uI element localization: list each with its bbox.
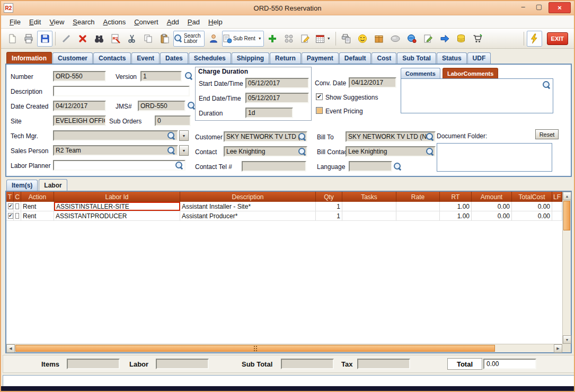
vertical-scrollbar[interactable]: ▲ ▼ xyxy=(562,192,571,344)
tab-sub-total[interactable]: Sub Total xyxy=(397,52,436,64)
sales-person-field[interactable]: R2 Team xyxy=(53,145,178,156)
col-qty[interactable]: Qty xyxy=(316,192,342,202)
tab-comments[interactable]: Comments xyxy=(401,68,440,78)
row1-action-cell[interactable]: Rent xyxy=(21,202,54,211)
sales-person-dropdown[interactable]: ▼ xyxy=(179,145,189,156)
end-date-field[interactable]: 05/12/2017 xyxy=(245,93,309,103)
items-total-field[interactable] xyxy=(67,359,120,369)
date-created-field[interactable]: 04/12/2017 xyxy=(53,101,106,111)
menu-add[interactable]: Add xyxy=(163,16,183,28)
tab-contacts[interactable]: Contacts xyxy=(93,52,131,64)
row1-totalcost-cell[interactable]: 0.00 xyxy=(512,202,552,211)
labor-comments-textarea[interactable] xyxy=(401,78,553,113)
row1-t-cell[interactable] xyxy=(6,202,14,211)
contact-lookup-icon[interactable] xyxy=(298,147,307,156)
menu-file[interactable]: File xyxy=(5,16,25,28)
money-button[interactable] xyxy=(454,31,469,47)
jms-field[interactable]: ORD-550 xyxy=(138,101,185,111)
write-note-button[interactable] xyxy=(421,31,436,47)
menu-search[interactable]: Search xyxy=(68,16,99,28)
minimize-button[interactable]: – xyxy=(515,1,531,12)
calendar-button[interactable]: ▼ xyxy=(314,31,333,47)
tab-items[interactable]: Item(s) xyxy=(6,180,38,191)
tab-event[interactable]: Event xyxy=(131,52,160,64)
tab-labor-comments[interactable]: LaborComments xyxy=(443,68,498,78)
language-lookup-icon[interactable] xyxy=(393,162,402,171)
site-field[interactable]: EVELEIGH OFFIC xyxy=(53,115,106,126)
contact-tel-field[interactable] xyxy=(242,161,306,172)
bill-contact-lookup-icon[interactable] xyxy=(426,147,435,156)
row1-labor-id-cell[interactable]: ASSISTINSTALLER-SITE xyxy=(54,202,180,211)
package-button[interactable] xyxy=(371,31,387,47)
menu-help[interactable]: Help xyxy=(204,16,227,28)
menu-pad[interactable]: Pad xyxy=(183,16,204,28)
row2-qty-cell[interactable]: 1 xyxy=(316,211,342,220)
row2-c-checkbox[interactable] xyxy=(15,213,19,219)
tech-mgr-dropdown[interactable]: ▼ xyxy=(179,130,189,141)
wand-button[interactable] xyxy=(527,31,542,47)
copy-button[interactable] xyxy=(140,31,156,47)
document-folder-box[interactable] xyxy=(437,143,552,172)
bill-to-field[interactable]: SKY NETWORK TV LTD (N xyxy=(346,131,436,142)
scroll-up-icon[interactable]: ▲ xyxy=(563,192,571,200)
row2-lf-cell[interactable] xyxy=(552,211,562,220)
description-field[interactable] xyxy=(53,86,190,96)
splitter-grip[interactable] xyxy=(254,346,257,351)
row1-tasks-cell[interactable] xyxy=(342,202,396,211)
sphere-button[interactable] xyxy=(388,31,403,47)
col-totalcost[interactable]: TotalCost xyxy=(512,192,552,202)
col-tasks[interactable]: Tasks xyxy=(342,192,396,202)
conv-date-field[interactable]: 04/12/2017 xyxy=(349,77,396,88)
row1-c-checkbox[interactable] xyxy=(15,203,19,209)
row2-totalcost-cell[interactable]: 0.00 xyxy=(512,211,552,220)
delete-button[interactable] xyxy=(75,31,90,47)
edit-button[interactable] xyxy=(58,31,74,47)
row2-description-cell[interactable]: Assistant Producer* xyxy=(180,211,316,220)
tab-shipping[interactable]: Shipping xyxy=(232,52,269,64)
version-lookup-icon[interactable] xyxy=(184,72,193,81)
r2-document-button[interactable]: R2 xyxy=(108,31,123,47)
col-action[interactable]: Action xyxy=(21,192,54,202)
row1-t-checkbox[interactable] xyxy=(8,203,13,209)
start-date-field[interactable]: 05/12/2017 xyxy=(245,78,309,88)
search-labor-button[interactable]: Search Labor xyxy=(173,31,205,47)
menu-convert[interactable]: Convert xyxy=(130,16,163,28)
horizontal-scroll-thumb[interactable] xyxy=(15,345,495,352)
find-button[interactable] xyxy=(91,31,107,47)
exit-button[interactable]: EXIT xyxy=(547,32,568,45)
tab-cost[interactable]: Cost xyxy=(371,52,396,64)
row2-labor-id-cell[interactable]: ASSISTANTPRODUCER xyxy=(54,211,180,220)
sales-person-lookup-icon[interactable] xyxy=(167,146,176,155)
tab-default[interactable]: Default xyxy=(339,52,371,64)
sub-orders-field[interactable]: 0 xyxy=(155,115,191,126)
sub-total-field[interactable] xyxy=(281,359,334,369)
cut-button[interactable] xyxy=(124,31,139,47)
contact-field[interactable]: Lee Knighting xyxy=(224,146,307,157)
row2-c-cell[interactable] xyxy=(14,211,21,220)
row2-tasks-cell[interactable] xyxy=(342,211,396,220)
row1-qty-cell[interactable]: 1 xyxy=(316,202,342,211)
grand-total-field[interactable]: 0.00 xyxy=(483,359,536,369)
reset-button[interactable]: Reset xyxy=(535,129,559,139)
col-amount[interactable]: Amount xyxy=(472,192,512,202)
tab-status[interactable]: Status xyxy=(437,52,467,64)
tab-schedules[interactable]: Schedules xyxy=(189,52,231,64)
menu-actions[interactable]: Actions xyxy=(99,16,130,28)
paste-button[interactable] xyxy=(157,31,172,47)
duration-field[interactable]: 1d xyxy=(245,108,293,118)
table-row[interactable]: Rent ASSISTINSTALLER-SITE Assistant Inst… xyxy=(6,202,562,211)
row2-amount-cell[interactable]: 0.00 xyxy=(472,211,512,220)
labor-total-field[interactable] xyxy=(156,359,209,369)
row2-t-checkbox[interactable] xyxy=(8,213,13,219)
tab-information[interactable]: Information xyxy=(6,52,52,64)
scroll-right-icon[interactable]: ▶ xyxy=(554,344,562,353)
print-preview-button[interactable] xyxy=(339,31,354,47)
version-field[interactable]: 1 xyxy=(140,71,182,82)
bill-contact-field[interactable]: Lee Knighting xyxy=(346,146,436,157)
col-rate[interactable]: Rate xyxy=(396,192,440,202)
row2-rate-cell[interactable] xyxy=(396,211,440,220)
crew-button[interactable] xyxy=(206,31,221,47)
col-labor-id[interactable]: Labor Id xyxy=(54,192,180,202)
row1-description-cell[interactable]: Assistant Installer - Site* xyxy=(180,202,316,211)
row2-rt-cell[interactable]: 1.00 xyxy=(440,211,472,220)
